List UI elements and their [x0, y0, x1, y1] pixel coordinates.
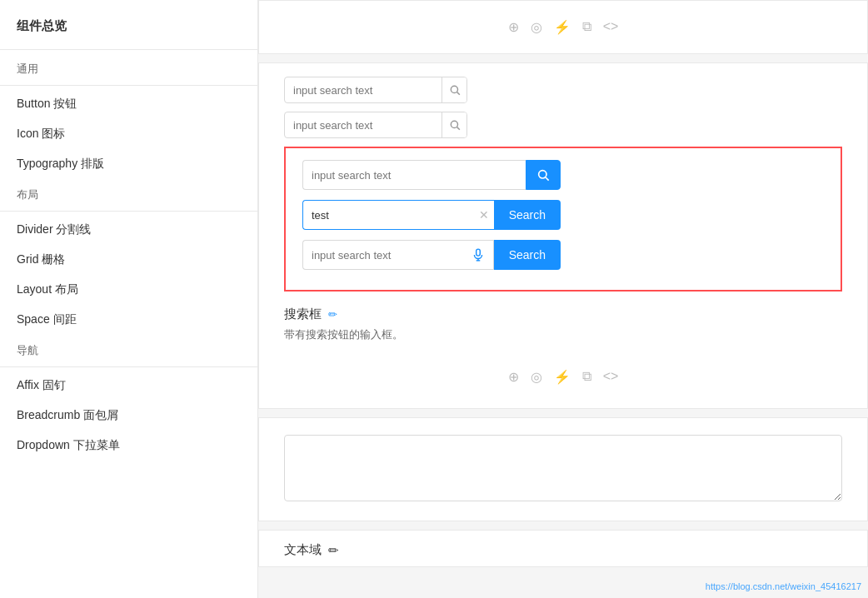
watermark: https://blog.csdn.net/weixin_45416217 — [706, 581, 861, 591]
sidebar-label-general: 通用 — [0, 53, 257, 82]
search-row-1 — [284, 77, 842, 103]
textarea-field[interactable] — [284, 435, 842, 501]
sidebar-item-icon[interactable]: Icon 图标 — [0, 119, 257, 149]
search-input-2 — [284, 112, 467, 138]
icon-bar-bottom: ⊕ ◎ ⚡ ⧉ <> — [284, 359, 842, 395]
sidebar-label-layout: 布局 — [0, 179, 257, 207]
search-input-4: ✕ Search — [302, 200, 561, 230]
highlight-box: ✕ Search Search — [284, 147, 842, 292]
clear-icon[interactable]: ✕ — [479, 208, 489, 222]
search-field-2[interactable] — [285, 116, 441, 135]
search-icon-btn-2[interactable] — [441, 112, 466, 138]
svg-point-0 — [451, 86, 457, 92]
svg-line-1 — [456, 92, 459, 95]
icon-copy[interactable]: ⧉ — [582, 19, 591, 35]
sidebar-title: 组件总览 — [0, 8, 257, 46]
mic-icon[interactable] — [464, 240, 494, 270]
sidebar-divider-3 — [0, 366, 257, 367]
edit-icon-searchbox[interactable]: ✏ — [328, 308, 337, 321]
search-input-1 — [284, 77, 467, 103]
section-desc-searchbox: 带有搜索按钮的输入框。 — [284, 327, 842, 342]
icon-lightning[interactable]: ⚡ — [554, 19, 571, 35]
sidebar-divider-2 — [0, 211, 257, 212]
search-field-4[interactable] — [302, 200, 501, 230]
search-button-5[interactable]: Search — [494, 240, 561, 270]
search-row-5: Search — [302, 240, 824, 270]
sidebar-divider-1 — [0, 85, 257, 86]
icon-code[interactable]: <> — [603, 19, 619, 35]
search-field-5[interactable] — [302, 240, 464, 270]
search-input-5: Search — [302, 240, 561, 270]
sidebar-item-grid[interactable]: Grid 栅格 — [0, 245, 257, 275]
svg-line-5 — [546, 177, 549, 181]
icon-3d-2[interactable]: ⊕ — [508, 369, 519, 385]
icon-code-2[interactable]: <> — [603, 369, 619, 385]
sidebar-item-typography[interactable]: Typography 排版 — [0, 149, 257, 179]
sidebar-item-dropdown[interactable]: Dropdown 下拉菜单 — [0, 431, 257, 461]
search-inputs-section: ✕ Search Search — [258, 62, 868, 409]
svg-rect-6 — [476, 249, 481, 256]
search-field-1[interactable] — [285, 81, 441, 100]
icon-lightning-2[interactable]: ⚡ — [554, 369, 571, 385]
textarea-section — [258, 417, 868, 521]
edit-icon-textarea[interactable]: ✏ — [328, 543, 339, 558]
sidebar-item-button[interactable]: Button 按钮 — [0, 89, 257, 119]
sidebar-item-layout[interactable]: Layout 布局 — [0, 275, 257, 305]
search-row-2 — [284, 112, 842, 138]
search-field-3[interactable] — [302, 160, 526, 190]
svg-point-2 — [451, 121, 457, 127]
sidebar-item-space[interactable]: Space 间距 — [0, 305, 257, 335]
icon-circle-2[interactable]: ◎ — [531, 369, 542, 385]
icon-3d[interactable]: ⊕ — [508, 19, 519, 35]
search-row-3 — [302, 160, 824, 190]
search-icon-btn-1[interactable] — [441, 77, 466, 103]
sidebar-divider-top — [0, 49, 257, 50]
icon-copy-2[interactable]: ⧉ — [582, 369, 591, 385]
search-blue-icon-btn[interactable] — [526, 160, 561, 190]
sidebar-item-breadcrumb[interactable]: Breadcrumb 面包屑 — [0, 401, 257, 431]
icon-bar-top: ⊕ ◎ ⚡ ⧉ <> — [259, 9, 867, 45]
sidebar-label-nav: 导航 — [0, 335, 257, 363]
section-title-searchbox: 搜索框 ✏ — [284, 306, 842, 322]
top-section-card: ⊕ ◎ ⚡ ⧉ <> — [258, 0, 868, 54]
svg-point-4 — [539, 171, 546, 178]
search-input-3 — [302, 160, 561, 190]
icon-circle[interactable]: ◎ — [531, 19, 542, 35]
sidebar-item-divider[interactable]: Divider 分割线 — [0, 215, 257, 245]
search-row-4: ✕ Search — [302, 200, 824, 230]
sidebar: 组件总览 通用 Button 按钮 Icon 图标 Typography 排版 … — [0, 0, 258, 598]
search-button-4[interactable]: Search — [494, 200, 561, 230]
sidebar-item-affix[interactable]: Affix 固钉 — [0, 371, 257, 401]
main-content: ⊕ ◎ ⚡ ⧉ <> — [258, 0, 868, 598]
svg-line-3 — [456, 127, 459, 130]
section-title-textarea: 文本域 ✏ — [284, 534, 842, 558]
